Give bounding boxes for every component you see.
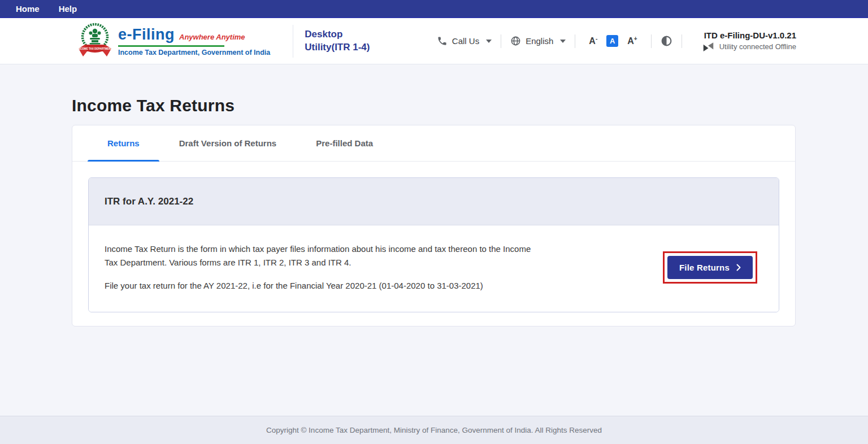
file-returns-label: File Returns bbox=[679, 263, 730, 272]
itr-description: Income Tax Return is the form in which t… bbox=[105, 242, 540, 293]
page-title: Income Tax Returns bbox=[72, 96, 796, 115]
itr-card-body: Income Tax Return is the form in which t… bbox=[89, 225, 779, 312]
menu-home[interactable]: Home bbox=[16, 4, 40, 14]
header: INCOME TAX DEPARTMENT e-Filing Anywhere … bbox=[0, 18, 868, 64]
version-block: ITD e-Filing-DU-v1.0.21 Utility connecte… bbox=[702, 31, 796, 52]
language-label: English bbox=[526, 36, 553, 46]
font-default-button[interactable]: A bbox=[606, 35, 618, 47]
separator bbox=[651, 34, 652, 48]
separator bbox=[682, 34, 682, 48]
menu-help[interactable]: Help bbox=[59, 4, 77, 14]
brand-tagline: Anywhere Anytime bbox=[179, 33, 245, 41]
call-us-label: Call Us bbox=[452, 36, 479, 46]
itr-card-header: ITR for A.Y. 2021-22 bbox=[89, 178, 779, 225]
itr-filing-period: File your tax return for the AY 2021-22,… bbox=[105, 279, 540, 293]
separator bbox=[501, 34, 501, 48]
tab-pre-filled-data[interactable]: Pre-filled Data bbox=[296, 125, 393, 161]
itr-description-paragraph: Income Tax Return is the form in which t… bbox=[105, 242, 540, 269]
file-returns-button[interactable]: File Returns bbox=[667, 256, 753, 279]
highlight-box: File Returns bbox=[663, 251, 757, 284]
logo-text: e-Filing Anywhere Anytime Income Tax Dep… bbox=[118, 26, 270, 56]
brand-name: e-Filing bbox=[118, 26, 175, 43]
itd-emblem-icon: INCOME TAX DEPARTMENT bbox=[77, 21, 112, 61]
brand-subtitle: Income Tax Department, Government of Ind… bbox=[118, 49, 270, 56]
contrast-toggle[interactable] bbox=[661, 35, 672, 47]
font-increase-button[interactable]: A+ bbox=[627, 36, 637, 46]
font-decrease-button[interactable]: A- bbox=[589, 36, 597, 46]
tab-returns[interactable]: Returns bbox=[88, 125, 159, 161]
globe-icon bbox=[510, 36, 521, 46]
app-title-line2: Utility(ITR 1-4) bbox=[305, 41, 370, 54]
app-title-line1: Desktop bbox=[305, 28, 370, 41]
brand-underline bbox=[118, 45, 224, 47]
utility-version: ITD e-Filing-DU-v1.0.21 bbox=[704, 31, 796, 40]
itr-ay-card: ITR for A.Y. 2021-22 Income Tax Return i… bbox=[88, 177, 779, 312]
offline-icon bbox=[702, 42, 714, 52]
footer: Copyright © Income Tax Department, Minis… bbox=[0, 416, 868, 444]
header-divider bbox=[293, 25, 293, 58]
chevron-down-icon bbox=[486, 40, 492, 43]
itr-card-title: ITR for A.Y. 2021-22 bbox=[105, 196, 193, 207]
emblem-ribbon-text: INCOME TAX DEPARTMENT bbox=[77, 47, 112, 50]
app-title: Desktop Utility(ITR 1-4) bbox=[305, 28, 370, 54]
file-returns-zone: File Returns bbox=[663, 251, 757, 284]
connection-status: Utility connected Offline bbox=[702, 42, 796, 52]
chevron-down-icon bbox=[560, 40, 566, 43]
connection-status-text: Utility connected Offline bbox=[719, 42, 796, 51]
language-dropdown[interactable]: English bbox=[510, 36, 566, 46]
main-content: Income Tax Returns Returns Draft Version… bbox=[0, 96, 868, 327]
tab-draft-version-of-returns[interactable]: Draft Version of Returns bbox=[159, 125, 297, 161]
copyright-text: Copyright © Income Tax Department, Minis… bbox=[266, 426, 602, 434]
returns-panel: Returns Draft Version of Returns Pre-fil… bbox=[72, 125, 796, 327]
tab-bar: Returns Draft Version of Returns Pre-fil… bbox=[72, 125, 795, 162]
phone-icon bbox=[437, 36, 448, 46]
header-controls: Call Us English A- A A+ bbox=[437, 31, 796, 52]
menu-bar: Home Help bbox=[0, 0, 868, 18]
call-us-dropdown[interactable]: Call Us bbox=[437, 36, 492, 46]
itd-logo: INCOME TAX DEPARTMENT e-Filing Anywhere … bbox=[77, 21, 270, 61]
app-window: Home Help bbox=[0, 0, 868, 444]
separator bbox=[575, 34, 575, 48]
chevron-right-icon bbox=[736, 264, 741, 271]
